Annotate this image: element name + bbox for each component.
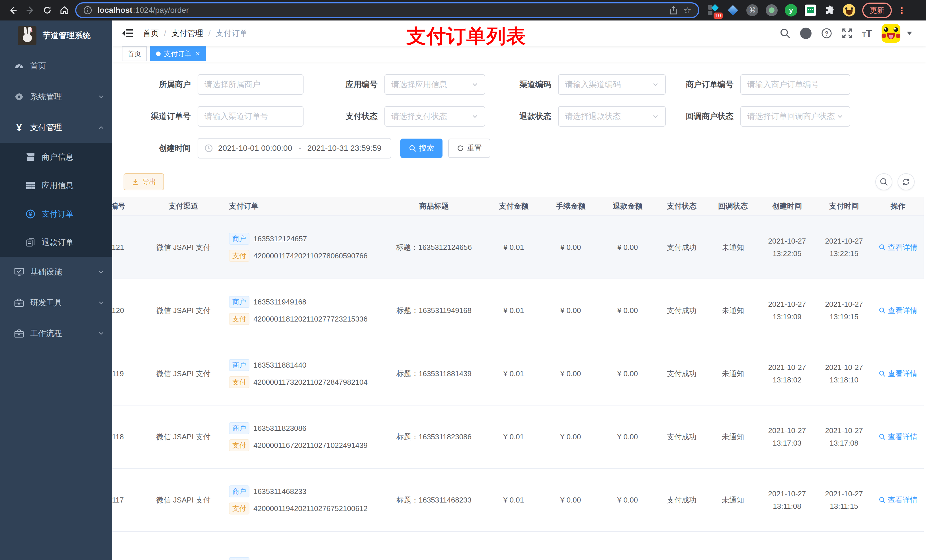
profile-avatar-icon[interactable]: [843, 4, 855, 17]
home-button[interactable]: [56, 2, 73, 19]
url-bar[interactable]: localhost :1024/pay/order ☆: [75, 2, 699, 18]
col-action: 操作: [873, 200, 924, 212]
breadcrumb-current: 支付订单: [216, 28, 248, 39]
sidebar-item-label: 商户信息: [42, 152, 73, 163]
extension-tabs-icon[interactable]: 10: [707, 4, 720, 17]
channel-order-no-input[interactable]: 请输入渠道订单号: [198, 106, 304, 127]
view-detail-link[interactable]: 查看详情: [879, 242, 917, 253]
hide-search-button[interactable]: [875, 173, 893, 190]
sidebar-item-app-info[interactable]: 应用信息: [0, 171, 112, 200]
forward-button[interactable]: [22, 2, 39, 19]
placeholder: 请输入渠道编码: [565, 79, 652, 90]
gear-icon: [14, 92, 24, 101]
close-icon[interactable]: ✕: [195, 50, 200, 57]
chrome-update-button[interactable]: 更新: [862, 3, 892, 18]
github-icon[interactable]: [800, 27, 811, 39]
filter-label: 支付状态: [304, 111, 384, 122]
pay-status-select[interactable]: 请选择支付状态: [384, 106, 485, 127]
view-detail-link[interactable]: 查看详情: [879, 431, 917, 442]
filter-label: 商户订单编号: [666, 79, 740, 90]
cell-channel: 微信 JSAPI 支付: [144, 305, 223, 316]
chrome-menu-icon[interactable]: ⋮: [897, 5, 906, 15]
cell-id: 117: [112, 494, 144, 506]
sidebar-item-workflow[interactable]: 工作流程: [0, 318, 112, 349]
extension-recorder-icon[interactable]: [766, 4, 778, 17]
cell-fee: ¥ 0.00: [542, 431, 599, 442]
fullscreen-icon[interactable]: [842, 28, 853, 39]
extension-kite-icon[interactable]: [727, 4, 739, 17]
sidebar-item-pay-order[interactable]: ¥ 支付订单: [0, 200, 112, 228]
channel-code-select[interactable]: 请输入渠道编码: [558, 74, 666, 95]
merchant-order-no: 1635311251796: [253, 557, 306, 560]
refresh-button[interactable]: [897, 173, 915, 190]
cell-amount: ¥ 0.01: [485, 431, 542, 442]
search-icon[interactable]: [780, 28, 790, 39]
col-pay-order: 支付订单: [223, 200, 383, 212]
chevron-up-icon: [98, 124, 104, 131]
sidebar-fold-icon[interactable]: [122, 29, 133, 38]
back-button[interactable]: [5, 2, 22, 19]
merchant-order-no-input[interactable]: 请输入商户订单编号: [740, 74, 850, 95]
channel-order-no: 4200001194202110276752100612: [253, 503, 368, 514]
sidebar-item-home[interactable]: 首页: [0, 51, 112, 82]
created-time: 13:17:03: [768, 437, 806, 449]
bookmark-star-icon[interactable]: ☆: [683, 6, 691, 15]
search-button[interactable]: 搜索: [400, 139, 442, 158]
cell-refund: ¥ 0.00: [599, 368, 656, 379]
app-logo: 芋道管理系统: [0, 21, 112, 51]
export-button[interactable]: 导出: [124, 173, 164, 190]
help-icon[interactable]: ?: [821, 28, 832, 39]
cell-notify: 未通知: [707, 494, 758, 506]
cell-channel: 微信 JSAPI 支付: [144, 431, 223, 442]
sidebar-item-pay[interactable]: ¥ 支付管理: [0, 112, 112, 143]
cell-id: 120: [112, 305, 144, 316]
sidebar-item-refund-order[interactable]: 退款订单: [0, 228, 112, 257]
share-icon[interactable]: [669, 6, 678, 15]
sidebar-item-label: 支付订单: [42, 208, 73, 219]
tab-home[interactable]: 首页: [122, 46, 147, 61]
chevron-down-icon: [98, 331, 104, 337]
pay-tag: 支付: [229, 503, 250, 515]
user-avatar[interactable]: [882, 24, 900, 43]
avatar-dropdown-caret-icon[interactable]: [906, 31, 912, 35]
merchant-order-no: 1635311468233: [253, 486, 306, 497]
view-detail-link[interactable]: 查看详情: [879, 368, 917, 379]
cell-fee: ¥ 0.00: [542, 305, 599, 316]
refund-status-select[interactable]: 请选择退款状态: [558, 106, 666, 127]
tab-label: 首页: [127, 49, 141, 58]
cell-id: 118: [112, 431, 144, 442]
view-detail-label: 查看详情: [888, 431, 917, 442]
app-select[interactable]: 请选择应用信息: [384, 74, 485, 95]
extension-chat-icon[interactable]: [804, 4, 817, 17]
extensions-puzzle-icon[interactable]: [823, 4, 836, 17]
cell-notify: 未通知: [707, 368, 758, 379]
sidebar-item-infrastructure[interactable]: 基础设施: [0, 257, 112, 287]
create-time-range-picker[interactable]: 2021-10-01 00:00:00 - 2021-10-31 23:59:5…: [198, 138, 391, 158]
briefcase-icon: [14, 329, 24, 338]
notify-status-select[interactable]: 请选择订单回调商户状态: [740, 106, 850, 127]
reload-button[interactable]: [39, 2, 56, 19]
sidebar-item-merchant-info[interactable]: 商户信息: [0, 143, 112, 171]
merchant-select[interactable]: 请选择所属商户: [198, 74, 304, 95]
yen-icon: ¥: [14, 122, 24, 133]
col-notify: 回调状态: [707, 200, 758, 212]
sidebar-item-system[interactable]: 系统管理: [0, 82, 112, 112]
chevron-down-icon: [98, 300, 104, 306]
sidebar-item-dev-tools[interactable]: 研发工具: [0, 287, 112, 318]
tab-pay-order[interactable]: 支付订单✕: [150, 46, 206, 61]
breadcrumb-home[interactable]: 首页: [143, 28, 159, 39]
extension-y-icon[interactable]: y: [785, 4, 797, 17]
pay-tag: 支付: [229, 439, 250, 451]
cell-fee: ¥ 0.00: [542, 242, 599, 253]
reset-button[interactable]: 重置: [448, 139, 490, 158]
view-detail-link[interactable]: 查看详情: [879, 494, 917, 506]
breadcrumb-pay-manage[interactable]: 支付管理: [171, 28, 203, 39]
view-detail-link[interactable]: 查看详情: [879, 305, 917, 316]
cell-status: 支付成功: [656, 494, 707, 506]
paid-time: 13:11:15: [825, 500, 863, 512]
channel-order-no: 4200001167202110271022491439: [253, 440, 368, 451]
font-size-icon[interactable]: TT: [862, 29, 872, 38]
extension-command-icon[interactable]: ⌘: [746, 4, 758, 17]
placeholder: 请选择退款状态: [565, 111, 652, 122]
info-icon[interactable]: [83, 6, 92, 15]
